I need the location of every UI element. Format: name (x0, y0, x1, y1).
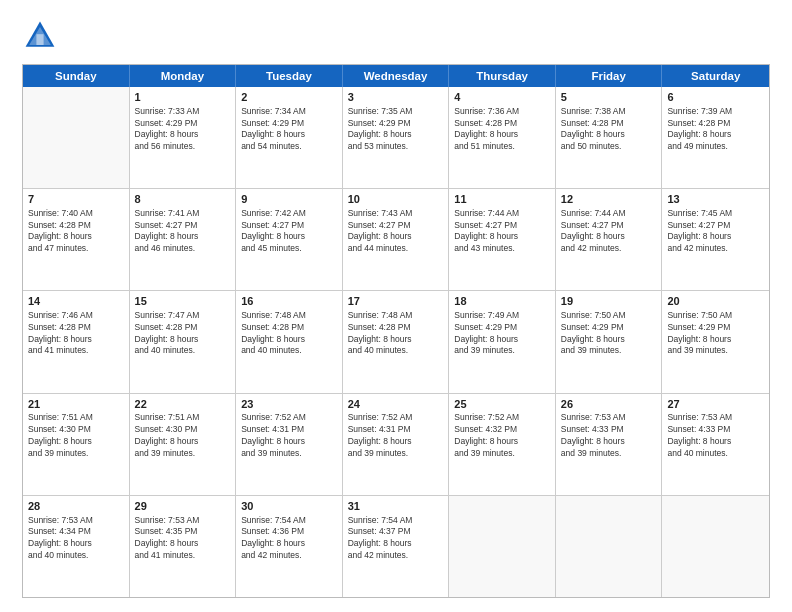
day-info: Sunrise: 7:44 AM Sunset: 4:27 PM Dayligh… (561, 208, 657, 255)
calendar-header: SundayMondayTuesdayWednesdayThursdayFrid… (23, 65, 769, 87)
day-info: Sunrise: 7:45 AM Sunset: 4:27 PM Dayligh… (667, 208, 764, 255)
calendar-cell: 5Sunrise: 7:38 AM Sunset: 4:28 PM Daylig… (556, 87, 663, 188)
day-info: Sunrise: 7:54 AM Sunset: 4:36 PM Dayligh… (241, 515, 337, 562)
day-info: Sunrise: 7:52 AM Sunset: 4:32 PM Dayligh… (454, 412, 550, 459)
day-number: 9 (241, 192, 337, 207)
calendar-cell: 19Sunrise: 7:50 AM Sunset: 4:29 PM Dayli… (556, 291, 663, 392)
calendar-cell: 17Sunrise: 7:48 AM Sunset: 4:28 PM Dayli… (343, 291, 450, 392)
day-number: 14 (28, 294, 124, 309)
calendar-cell: 4Sunrise: 7:36 AM Sunset: 4:28 PM Daylig… (449, 87, 556, 188)
calendar-week-5: 28Sunrise: 7:53 AM Sunset: 4:34 PM Dayli… (23, 496, 769, 597)
calendar-cell: 12Sunrise: 7:44 AM Sunset: 4:27 PM Dayli… (556, 189, 663, 290)
calendar-week-3: 14Sunrise: 7:46 AM Sunset: 4:28 PM Dayli… (23, 291, 769, 393)
day-info: Sunrise: 7:50 AM Sunset: 4:29 PM Dayligh… (561, 310, 657, 357)
day-number: 5 (561, 90, 657, 105)
calendar-cell: 26Sunrise: 7:53 AM Sunset: 4:33 PM Dayli… (556, 394, 663, 495)
day-info: Sunrise: 7:53 AM Sunset: 4:33 PM Dayligh… (561, 412, 657, 459)
day-info: Sunrise: 7:48 AM Sunset: 4:28 PM Dayligh… (241, 310, 337, 357)
day-info: Sunrise: 7:34 AM Sunset: 4:29 PM Dayligh… (241, 106, 337, 153)
day-info: Sunrise: 7:52 AM Sunset: 4:31 PM Dayligh… (348, 412, 444, 459)
weekday-header-wednesday: Wednesday (343, 65, 450, 87)
day-number: 23 (241, 397, 337, 412)
calendar: SundayMondayTuesdayWednesdayThursdayFrid… (22, 64, 770, 598)
day-number: 25 (454, 397, 550, 412)
weekday-header-monday: Monday (130, 65, 237, 87)
calendar-cell: 3Sunrise: 7:35 AM Sunset: 4:29 PM Daylig… (343, 87, 450, 188)
day-number: 15 (135, 294, 231, 309)
day-info: Sunrise: 7:52 AM Sunset: 4:31 PM Dayligh… (241, 412, 337, 459)
calendar-cell: 13Sunrise: 7:45 AM Sunset: 4:27 PM Dayli… (662, 189, 769, 290)
day-number: 30 (241, 499, 337, 514)
weekday-header-tuesday: Tuesday (236, 65, 343, 87)
calendar-week-2: 7Sunrise: 7:40 AM Sunset: 4:28 PM Daylig… (23, 189, 769, 291)
day-info: Sunrise: 7:41 AM Sunset: 4:27 PM Dayligh… (135, 208, 231, 255)
calendar-cell: 20Sunrise: 7:50 AM Sunset: 4:29 PM Dayli… (662, 291, 769, 392)
calendar-cell: 30Sunrise: 7:54 AM Sunset: 4:36 PM Dayli… (236, 496, 343, 597)
day-info: Sunrise: 7:47 AM Sunset: 4:28 PM Dayligh… (135, 310, 231, 357)
calendar-week-1: 1Sunrise: 7:33 AM Sunset: 4:29 PM Daylig… (23, 87, 769, 189)
day-info: Sunrise: 7:51 AM Sunset: 4:30 PM Dayligh… (28, 412, 124, 459)
weekday-header-friday: Friday (556, 65, 663, 87)
logo (22, 18, 64, 54)
calendar-cell: 18Sunrise: 7:49 AM Sunset: 4:29 PM Dayli… (449, 291, 556, 392)
day-number: 24 (348, 397, 444, 412)
logo-icon (22, 18, 58, 54)
day-info: Sunrise: 7:46 AM Sunset: 4:28 PM Dayligh… (28, 310, 124, 357)
day-number: 26 (561, 397, 657, 412)
calendar-cell: 6Sunrise: 7:39 AM Sunset: 4:28 PM Daylig… (662, 87, 769, 188)
day-number: 20 (667, 294, 764, 309)
calendar-cell: 15Sunrise: 7:47 AM Sunset: 4:28 PM Dayli… (130, 291, 237, 392)
calendar-cell: 24Sunrise: 7:52 AM Sunset: 4:31 PM Dayli… (343, 394, 450, 495)
calendar-cell: 28Sunrise: 7:53 AM Sunset: 4:34 PM Dayli… (23, 496, 130, 597)
day-info: Sunrise: 7:39 AM Sunset: 4:28 PM Dayligh… (667, 106, 764, 153)
day-number: 13 (667, 192, 764, 207)
calendar-body: 1Sunrise: 7:33 AM Sunset: 4:29 PM Daylig… (23, 87, 769, 597)
day-number: 31 (348, 499, 444, 514)
day-info: Sunrise: 7:36 AM Sunset: 4:28 PM Dayligh… (454, 106, 550, 153)
day-info: Sunrise: 7:50 AM Sunset: 4:29 PM Dayligh… (667, 310, 764, 357)
calendar-cell: 23Sunrise: 7:52 AM Sunset: 4:31 PM Dayli… (236, 394, 343, 495)
calendar-cell: 11Sunrise: 7:44 AM Sunset: 4:27 PM Dayli… (449, 189, 556, 290)
day-info: Sunrise: 7:40 AM Sunset: 4:28 PM Dayligh… (28, 208, 124, 255)
day-info: Sunrise: 7:35 AM Sunset: 4:29 PM Dayligh… (348, 106, 444, 153)
day-info: Sunrise: 7:49 AM Sunset: 4:29 PM Dayligh… (454, 310, 550, 357)
calendar-cell: 14Sunrise: 7:46 AM Sunset: 4:28 PM Dayli… (23, 291, 130, 392)
calendar-cell (662, 496, 769, 597)
day-info: Sunrise: 7:54 AM Sunset: 4:37 PM Dayligh… (348, 515, 444, 562)
day-info: Sunrise: 7:51 AM Sunset: 4:30 PM Dayligh… (135, 412, 231, 459)
day-info: Sunrise: 7:38 AM Sunset: 4:28 PM Dayligh… (561, 106, 657, 153)
calendar-cell: 27Sunrise: 7:53 AM Sunset: 4:33 PM Dayli… (662, 394, 769, 495)
day-number: 19 (561, 294, 657, 309)
day-number: 16 (241, 294, 337, 309)
day-info: Sunrise: 7:53 AM Sunset: 4:35 PM Dayligh… (135, 515, 231, 562)
weekday-header-sunday: Sunday (23, 65, 130, 87)
calendar-cell: 7Sunrise: 7:40 AM Sunset: 4:28 PM Daylig… (23, 189, 130, 290)
day-number: 10 (348, 192, 444, 207)
calendar-cell: 21Sunrise: 7:51 AM Sunset: 4:30 PM Dayli… (23, 394, 130, 495)
calendar-cell: 29Sunrise: 7:53 AM Sunset: 4:35 PM Dayli… (130, 496, 237, 597)
calendar-cell: 31Sunrise: 7:54 AM Sunset: 4:37 PM Dayli… (343, 496, 450, 597)
day-info: Sunrise: 7:44 AM Sunset: 4:27 PM Dayligh… (454, 208, 550, 255)
day-number: 3 (348, 90, 444, 105)
day-info: Sunrise: 7:43 AM Sunset: 4:27 PM Dayligh… (348, 208, 444, 255)
day-number: 21 (28, 397, 124, 412)
calendar-cell: 1Sunrise: 7:33 AM Sunset: 4:29 PM Daylig… (130, 87, 237, 188)
day-number: 11 (454, 192, 550, 207)
day-number: 1 (135, 90, 231, 105)
weekday-header-thursday: Thursday (449, 65, 556, 87)
day-info: Sunrise: 7:48 AM Sunset: 4:28 PM Dayligh… (348, 310, 444, 357)
calendar-cell: 2Sunrise: 7:34 AM Sunset: 4:29 PM Daylig… (236, 87, 343, 188)
day-number: 8 (135, 192, 231, 207)
calendar-cell: 9Sunrise: 7:42 AM Sunset: 4:27 PM Daylig… (236, 189, 343, 290)
header (22, 18, 770, 54)
calendar-cell: 22Sunrise: 7:51 AM Sunset: 4:30 PM Dayli… (130, 394, 237, 495)
calendar-cell (449, 496, 556, 597)
day-number: 6 (667, 90, 764, 105)
day-number: 29 (135, 499, 231, 514)
day-number: 28 (28, 499, 124, 514)
calendar-cell: 16Sunrise: 7:48 AM Sunset: 4:28 PM Dayli… (236, 291, 343, 392)
day-number: 12 (561, 192, 657, 207)
calendar-cell (23, 87, 130, 188)
day-number: 18 (454, 294, 550, 309)
page: SundayMondayTuesdayWednesdayThursdayFrid… (0, 0, 792, 612)
